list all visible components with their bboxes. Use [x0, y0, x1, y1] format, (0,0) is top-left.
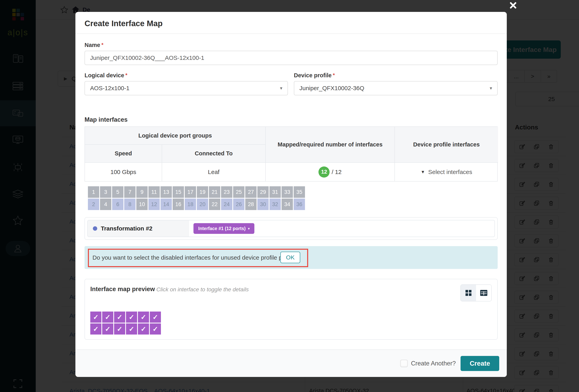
device-profile-value: Juniper_QFX10002-36Q: [299, 85, 490, 92]
transformation-row: Transformation #2 Interface #1 (12 ports…: [87, 220, 495, 237]
required-count: / 12: [332, 169, 342, 175]
port-cell-19[interactable]: 19: [197, 186, 208, 198]
port-cell-21[interactable]: 21: [209, 186, 220, 198]
map-interfaces-heading: Map interfaces: [84, 116, 498, 123]
table-view-button[interactable]: [476, 285, 491, 301]
port-cell-9[interactable]: 9: [136, 186, 148, 198]
select-interfaces-cell: ▼ Select interfaces: [395, 163, 498, 181]
close-icon: [509, 1, 517, 9]
preview-interface-tile[interactable]: ✓: [126, 312, 137, 323]
port-cell-27[interactable]: 27: [245, 186, 257, 198]
chevron-down-icon: ▾: [248, 227, 250, 230]
port-cell-2[interactable]: 2: [88, 199, 99, 210]
port-cell-17[interactable]: 17: [185, 186, 196, 198]
port-cell-20[interactable]: 20: [197, 199, 208, 210]
required-asterisk: *: [101, 42, 103, 48]
port-cell-6[interactable]: 6: [112, 199, 123, 210]
port-cell-8[interactable]: 8: [124, 199, 136, 210]
transformation-cell: Transformation #2: [88, 220, 189, 237]
port-cell-22[interactable]: 22: [209, 199, 220, 210]
name-input[interactable]: [84, 51, 498, 65]
preview-title: Interface map preview: [90, 285, 155, 293]
port-cell-5[interactable]: 5: [112, 186, 123, 198]
name-label: Name*: [84, 42, 498, 48]
preview-tile-grid: ✓✓✓✓✓✓✓✓✓✓✓✓: [90, 312, 162, 335]
port-cell-34[interactable]: 34: [282, 199, 293, 210]
create-another-option: Create Another?: [400, 360, 456, 367]
preview-interface-tile[interactable]: ✓: [150, 312, 161, 323]
required-asterisk: *: [125, 72, 127, 78]
preview-interface-tile[interactable]: ✓: [90, 323, 101, 335]
preview-interface-tile[interactable]: ✓: [150, 323, 161, 335]
annotation-highlight-box: [88, 249, 308, 267]
port-cell-25[interactable]: 25: [233, 186, 244, 198]
transformations-list: Transformation #2 Interface #1 (12 ports…: [84, 217, 498, 240]
screen: a|o|s: [0, 0, 579, 392]
port-cell-15[interactable]: 15: [173, 186, 184, 198]
port-grid-bottom-row: 24681012141618202224262830323436: [88, 199, 498, 210]
mapped-count-cell: 12 / 12: [266, 163, 395, 181]
port-cell-35[interactable]: 35: [294, 186, 305, 198]
device-profile-interfaces-header: Device profile interfaces: [395, 127, 498, 163]
port-cell-24[interactable]: 24: [221, 199, 232, 210]
interface-map-preview-panel: Interface map preview Click on interface…: [84, 279, 498, 340]
port-cell-32[interactable]: 32: [270, 199, 281, 210]
transformation-dot-icon: [93, 226, 97, 231]
map-interfaces-table: Logical device port groups Mapped/requir…: [84, 126, 498, 181]
grid-view-button[interactable]: [461, 285, 476, 301]
modal-body: Name* Logical device* AOS-12x100-1 ▾ Dev…: [75, 34, 507, 349]
logical-device-select[interactable]: AOS-12x100-1 ▾: [84, 81, 288, 95]
device-profile-select[interactable]: Juniper_QFX10002-36Q ▾: [294, 81, 498, 95]
close-modal-button[interactable]: [508, 1, 518, 10]
interface-dropdown-button[interactable]: Interface #1 (12 ports) ▾: [194, 223, 254, 234]
create-another-checkbox[interactable]: [400, 360, 408, 367]
port-cell-10[interactable]: 10: [136, 199, 148, 210]
preview-interface-tile[interactable]: ✓: [126, 323, 137, 335]
preview-interface-tile[interactable]: ✓: [90, 312, 101, 323]
ok-button[interactable]: OK: [280, 252, 300, 263]
port-cell-23[interactable]: 23: [221, 186, 232, 198]
port-cell-7[interactable]: 7: [124, 186, 136, 198]
port-cell-4[interactable]: 4: [100, 199, 111, 210]
connected-to-header: Connected To: [162, 145, 266, 163]
preview-interface-tile[interactable]: ✓: [138, 312, 149, 323]
port-cell-26[interactable]: 26: [233, 199, 244, 210]
speed-cell: 100 Gbps: [85, 163, 162, 181]
port-cell-13[interactable]: 13: [160, 186, 172, 198]
table-view-icon: [480, 290, 487, 296]
port-cell-30[interactable]: 30: [257, 199, 269, 210]
select-interfaces-dropdown[interactable]: ▼ Select interfaces: [421, 169, 472, 175]
logical-device-value: AOS-12x100-1: [90, 85, 280, 92]
preview-interface-tile[interactable]: ✓: [114, 312, 125, 323]
port-cell-28[interactable]: 28: [245, 199, 257, 210]
modal-header: Create Interface Map: [75, 12, 507, 34]
preview-interface-tile[interactable]: ✓: [102, 323, 113, 335]
mapped-count-badge: 12: [318, 167, 330, 177]
port-cell-18[interactable]: 18: [185, 199, 196, 210]
port-cell-33[interactable]: 33: [282, 186, 293, 198]
port-cell-16[interactable]: 16: [173, 199, 184, 210]
grid-view-icon: [465, 289, 472, 296]
port-cell-1[interactable]: 1: [88, 186, 99, 198]
port-cell-36[interactable]: 36: [294, 199, 305, 210]
port-cell-14[interactable]: 14: [160, 199, 172, 210]
port-cell-3[interactable]: 3: [100, 186, 111, 198]
port-grid-top-row: 1357911131517192123252729313335: [88, 186, 498, 198]
preview-interface-tile[interactable]: ✓: [102, 312, 113, 323]
transformation-label: Transformation #2: [101, 225, 152, 232]
port-cell-29[interactable]: 29: [257, 186, 269, 198]
interface-button-label: Interface #1 (12 ports): [198, 226, 246, 231]
modal-title: Create Interface Map: [84, 19, 498, 28]
required-asterisk: *: [333, 72, 335, 78]
disabled-interfaces-alert: Do you want to select the disabled inter…: [84, 246, 498, 269]
port-cell-31[interactable]: 31: [270, 186, 281, 198]
preview-interface-tile[interactable]: ✓: [138, 323, 149, 335]
create-button[interactable]: Create: [461, 356, 499, 371]
port-cell-12[interactable]: 12: [148, 199, 160, 210]
port-cell-11[interactable]: 11: [148, 186, 160, 198]
preview-interface-tile[interactable]: ✓: [114, 323, 125, 335]
create-interface-map-modal: Create Interface Map Name* Logical devic…: [75, 12, 507, 377]
create-another-label: Create Another?: [411, 360, 456, 367]
modal-footer: Create Another? Create: [75, 349, 507, 377]
select-interfaces-label: Select interfaces: [428, 169, 472, 175]
